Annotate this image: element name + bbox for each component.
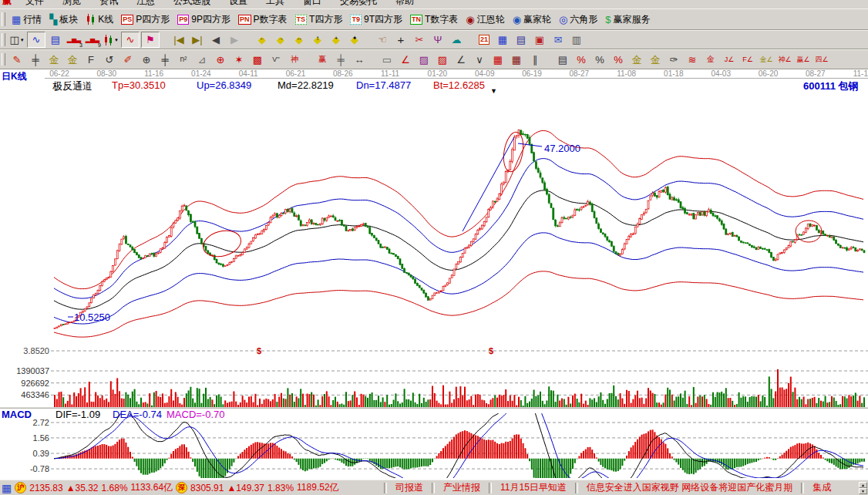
ruler-123-tool[interactable]: ╪ [332, 52, 349, 67]
p9-square-button[interactable]: P99P四方形 [173, 11, 234, 28]
bars-9-button[interactable]: ▂▅▃9 [84, 32, 101, 47]
fan-lines-tool[interactable]: ∠ [397, 52, 414, 67]
gann-wheel-button[interactable]: ◉江恩轮 [462, 11, 508, 28]
zigzag-blue-tool[interactable]: ∿ [27, 32, 45, 48]
news-scroll-spinner[interactable]: ▲▼ [859, 482, 867, 493]
brush-tool[interactable]: ✎ [8, 52, 25, 67]
window-layout-button[interactable]: ◫▼ [8, 32, 25, 47]
gold-ruler2-tool[interactable]: 金 [64, 52, 81, 67]
anchor-tool[interactable]: Ψ [429, 32, 446, 47]
news-field-5[interactable]: 集成 [806, 481, 838, 494]
cut-tool[interactable]: ✂ [411, 32, 428, 47]
gold-circle-tool[interactable]: 金 [628, 52, 645, 67]
percent-tool[interactable]: % [591, 52, 608, 67]
gold-box-tool[interactable]: 金 [702, 52, 719, 67]
clock-ruler-tool[interactable]: ⊕ [138, 52, 155, 67]
shen-ruler-tool[interactable]: 神 [286, 52, 303, 67]
t9-square-button[interactable]: T99T四方形 [346, 11, 406, 28]
width-arrows-tool[interactable]: ↔ [351, 52, 368, 67]
diamond-left-button[interactable]: ◆← [254, 32, 271, 47]
wave-box-tool[interactable]: ≋ [684, 52, 701, 67]
shen-angle-tool[interactable]: 神∠ [776, 52, 793, 67]
diamond-expand-button[interactable]: ◆✦ [346, 32, 363, 47]
diamond-center-button[interactable]: ◆+ [328, 32, 345, 47]
circle-cross-tool[interactable]: ⊕ [212, 52, 229, 67]
p-square-button[interactable]: PSP四方形 [117, 11, 173, 28]
menu-4[interactable]: 江恩 [127, 0, 164, 8]
notes-button[interactable]: ▤ [513, 32, 530, 47]
ying-angle-tool[interactable]: 赢∠ [795, 52, 812, 67]
angle-lines-tool[interactable]: ∠ [453, 52, 469, 67]
toolbar-grip[interactable] [2, 33, 5, 45]
market-quotes-button[interactable]: ▦行情 [8, 11, 45, 28]
workstation-button[interactable]: ▥ [568, 32, 585, 47]
menu-5[interactable]: 公式选股 [164, 0, 220, 8]
si-angle-tool[interactable]: 四∠ [813, 52, 830, 67]
flag-chart-tool[interactable]: ⚑ [141, 32, 160, 48]
calculator-button[interactable]: ▦ [494, 32, 511, 47]
news-field-1[interactable]: 司报道 [389, 481, 430, 494]
menu-2[interactable]: 浏览 [53, 0, 90, 8]
save-button[interactable]: ▣ [531, 32, 548, 47]
menu-1[interactable]: 文件 [16, 0, 53, 8]
menu-9[interactable]: 交易委托 [331, 0, 386, 8]
toolbar-grip[interactable] [2, 53, 5, 66]
sectors-button[interactable]: ▚板块 [45, 11, 82, 28]
report-button[interactable]: ▤ [47, 32, 64, 47]
toolbar-grip[interactable] [2, 12, 5, 26]
fan-tool[interactable]: ✶ [230, 52, 247, 67]
quote-grid-icon[interactable]: ▦ [2, 482, 12, 494]
j-angle-tool[interactable]: J∠ [721, 52, 738, 67]
bars-3-button[interactable]: ▂▅▃3 [66, 32, 82, 47]
n2-ruler-tool[interactable]: n² [175, 52, 192, 67]
news-field-4[interactable]: 信息安全进入国家视野 网络设备将迎国产化蜜月期 [580, 481, 799, 494]
ruler-tool[interactable]: ╪ [27, 52, 44, 67]
hand-tool[interactable]: ☜ [374, 32, 391, 47]
cloud-tool[interactable]: ☁ [448, 32, 465, 47]
t-number-table-button[interactable]: TNT数字表 [406, 11, 462, 28]
spiral-tool[interactable]: ↺ [101, 52, 118, 67]
fan-box2-tool[interactable]: ▨ [434, 52, 451, 67]
zigzag-red-tool[interactable]: ∿ [121, 32, 140, 48]
f-angle-tool[interactable]: F∠ [739, 52, 756, 67]
gold-line-tool[interactable]: 金 [647, 52, 664, 67]
percent-line-tool[interactable]: % [573, 52, 590, 67]
ying-ruler-tool[interactable]: 赢 [314, 52, 331, 67]
wave-tool[interactable]: ∨ [471, 52, 488, 67]
menu-8[interactable]: 窗口 [294, 0, 331, 8]
gold-ruler-tool[interactable]: 金 [45, 52, 62, 67]
diamond-vstretch-button[interactable]: ◆↕ [309, 32, 326, 47]
measure-pen-tool[interactable]: ✑ [665, 52, 682, 67]
news-field-2[interactable]: 产业情报 [436, 481, 487, 494]
gold-angle-tool[interactable]: 金∠ [758, 52, 775, 67]
winner-wheel-button[interactable]: ◉赢家轮 [509, 11, 555, 28]
menu-7[interactable]: 工具 [257, 0, 294, 8]
nav-first-button[interactable]: |◀ [170, 32, 187, 47]
diamond-right-button[interactable]: ◆→ [272, 32, 289, 47]
news-field-3[interactable]: 11月15日早知道 [493, 481, 574, 494]
wave-mark-tool[interactable]: V'' [267, 52, 284, 67]
mail-button[interactable]: ✉ [550, 32, 567, 47]
setsquare-tool[interactable]: ⊿ [193, 52, 210, 67]
price-list-tool[interactable]: ▤ [554, 52, 571, 67]
percent-lines-tool[interactable]: % [610, 52, 627, 67]
t-square-button[interactable]: TST四方形 [291, 11, 347, 28]
tick-ruler-tool[interactable]: ╪ [156, 52, 173, 67]
fan-grid-tool[interactable]: ▩ [249, 52, 266, 67]
p-number-table-button[interactable]: PNP数字表 [234, 11, 291, 28]
box-select-tool[interactable]: ▭ [378, 52, 395, 67]
crosshair-tool[interactable]: + [392, 32, 409, 47]
diamond-hstretch-button[interactable]: ◆↔ [291, 32, 308, 47]
nav-prev-button[interactable]: ◀ [207, 32, 224, 47]
nav-last-button[interactable]: ▶| [189, 32, 206, 47]
menu-6[interactable]: 设置 [220, 0, 257, 8]
grid-tool[interactable]: ▦ [490, 52, 506, 67]
menu-10[interactable]: 帮助 [386, 0, 423, 8]
f-ruler-tool[interactable]: F [82, 52, 99, 67]
menu-3[interactable]: 资讯 [90, 0, 127, 8]
calendar-button[interactable]: 21 [476, 32, 493, 47]
kline-button[interactable]: K线 [82, 11, 117, 28]
grid2-tool[interactable]: ▦ [508, 52, 525, 67]
pen-ruler-tool[interactable]: ✐ [119, 52, 136, 67]
hexagon-button[interactable]: ◎六角形 [555, 11, 601, 28]
